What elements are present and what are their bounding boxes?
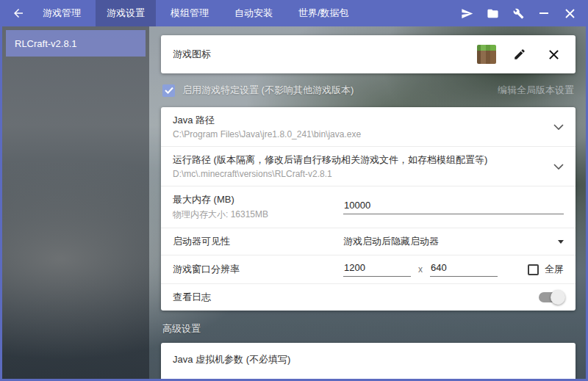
advanced-settings-header: 高级设置 [162, 322, 574, 335]
game-icon-card: 游戏图标 [161, 35, 576, 73]
nav-tabs: 游戏管理 游戏设置 模组管理 自动安装 世界/数据包 [32, 0, 364, 26]
tab-game-settings[interactable]: 游戏设置 [96, 0, 156, 26]
enable-settings-row: 启用游戏特定设置 (不影响其他游戏版本) 编辑全局版本设置 [162, 84, 574, 97]
fullscreen-label: 全屏 [545, 263, 564, 276]
view-logs-row: 查看日志 [161, 283, 576, 311]
max-memory-input[interactable]: 10000 [343, 200, 564, 214]
launcher-window: 游戏管理 游戏设置 模组管理 自动安装 世界/数据包 [0, 0, 588, 381]
remove-icon-button[interactable] [543, 44, 564, 65]
grass-block-icon[interactable] [477, 45, 496, 64]
pencil-icon [513, 48, 526, 61]
java-path-value: C:\Program Files\Java\jre1.8.0_241\bin\j… [173, 129, 361, 139]
chevron-down-icon [553, 164, 564, 170]
resolution-width-input[interactable]: 1200 [343, 262, 411, 277]
max-memory-text: 最大内存 (MB) 物理内存大小: 16315MB [173, 193, 268, 221]
close-icon [548, 49, 559, 60]
topbar: 游戏管理 游戏设置 模组管理 自动安装 世界/数据包 [2, 0, 586, 26]
back-button[interactable] [8, 3, 29, 23]
max-memory-hint: 物理内存大小: 16315MB [173, 208, 268, 221]
topbar-actions [456, 3, 586, 23]
settings-panel: 游戏图标 启用游戏特定设置 (不影响其他游戏版本) 编辑全局版本设置 [149, 26, 586, 379]
version-sidebar: RLCraft-v2.8.1 [2, 26, 149, 379]
game-icon-label: 游戏图标 [173, 48, 211, 61]
window-body: RLCraft-v2.8.1 游戏图标 启用 [2, 26, 586, 379]
max-memory-row: 最大内存 (MB) 物理内存大小: 16315MB 10000 [161, 186, 576, 228]
view-logs-label: 查看日志 [173, 291, 211, 304]
jvm-args-card[interactable]: Java 虚拟机参数 (不必填写) [161, 343, 576, 379]
resolution-separator: x [418, 264, 423, 275]
launcher-visibility-label: 启动器可见性 [173, 235, 230, 248]
max-memory-field: 10000 [343, 200, 564, 214]
wrench-icon[interactable] [508, 3, 528, 23]
run-path-value: D:\mc\.minecraft\versions\RLCraft-v2.8.1 [173, 169, 487, 179]
tab-game-management[interactable]: 游戏管理 [32, 0, 92, 26]
launcher-visibility-value: 游戏启动后隐藏启动器 [343, 235, 439, 248]
java-path-row[interactable]: Java 路径 C:\Program Files\Java\jre1.8.0_2… [161, 107, 576, 146]
resolution-fields: 1200 x 640 全屏 [343, 262, 564, 277]
resolution-height-input[interactable]: 640 [430, 262, 498, 277]
game-icon-actions [477, 44, 564, 65]
close-button[interactable] [559, 3, 580, 23]
toggle-knob [551, 290, 565, 305]
check-icon [165, 87, 173, 94]
minimize-button[interactable] [534, 3, 554, 23]
resolution-row: 游戏窗口分辨率 1200 x 640 全屏 [161, 255, 576, 283]
edit-global-settings-button[interactable]: 编辑全局版本设置 [498, 84, 574, 97]
fullscreen-checkbox[interactable] [528, 264, 539, 275]
run-path-label: 运行路径 (版本隔离，修改后请自行移动相关游戏文件，如存档模组配置等) [173, 153, 487, 167]
view-logs-toggle[interactable] [539, 292, 564, 302]
tab-world-datapacks[interactable]: 世界/数据包 [287, 0, 360, 26]
enable-settings-checkbox[interactable] [162, 84, 175, 97]
java-path-text: Java 路径 C:\Program Files\Java\jre1.8.0_2… [173, 114, 361, 139]
chevron-down-icon [553, 124, 564, 130]
edit-icon-button[interactable] [509, 44, 530, 65]
tab-auto-install[interactable]: 自动安装 [223, 0, 284, 26]
run-path-row[interactable]: 运行路径 (版本隔离，修改后请自行移动相关游戏文件，如存档模组配置等) D:\m… [161, 146, 576, 186]
caret-down-icon [558, 240, 564, 244]
back-arrow-icon [12, 7, 25, 20]
resolution-label: 游戏窗口分辨率 [173, 263, 240, 276]
enable-settings-label: 启用游戏特定设置 (不影响其他游戏版本) [182, 84, 354, 97]
send-icon[interactable] [456, 3, 477, 23]
sidebar-item-version[interactable]: RLCraft-v2.8.1 [6, 30, 146, 57]
folder-icon[interactable] [482, 3, 503, 23]
java-path-label: Java 路径 [173, 114, 361, 127]
launcher-visibility-row: 启动器可见性 游戏启动后隐藏启动器 [161, 228, 576, 255]
jvm-args-label: Java 虚拟机参数 (不必填写) [173, 354, 290, 365]
version-settings-card: Java 路径 C:\Program Files\Java\jre1.8.0_2… [161, 107, 576, 311]
run-path-text: 运行路径 (版本隔离，修改后请自行移动相关游戏文件，如存档模组配置等) D:\m… [173, 153, 487, 179]
max-memory-label: 最大内存 (MB) [173, 193, 268, 206]
launcher-visibility-select[interactable]: 游戏启动后隐藏启动器 [343, 235, 564, 248]
tab-mod-management[interactable]: 模组管理 [159, 0, 220, 26]
